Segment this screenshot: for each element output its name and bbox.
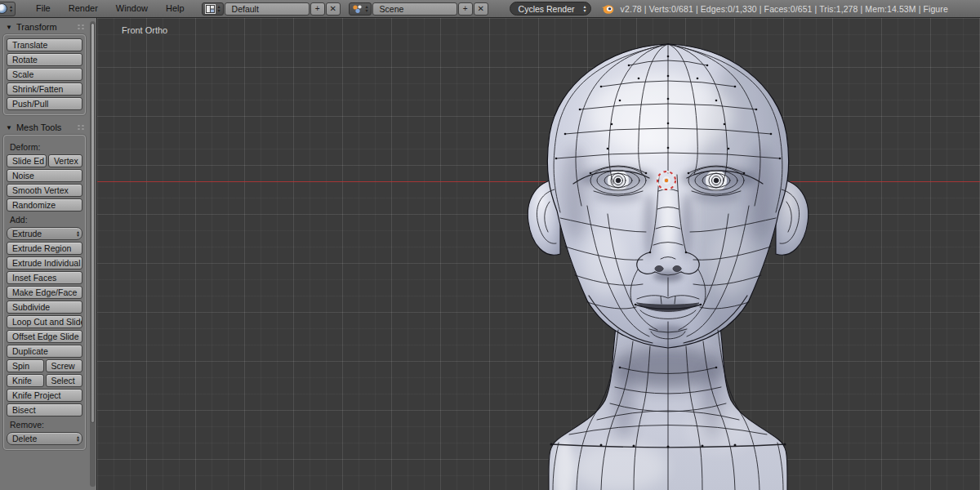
figure-mesh — [528, 18, 889, 490]
chevron-updown-icon: ▴▾ — [77, 435, 79, 443]
collapse-arrow-icon: ▼ — [6, 24, 12, 31]
panel-transform: Translate Rotate Scale Shrink/Fatten Pus… — [3, 34, 86, 115]
menu-window[interactable]: Window — [107, 0, 157, 17]
duplicate-button[interactable]: Duplicate — [7, 345, 82, 358]
menu-help[interactable]: Help — [157, 0, 194, 17]
menu-render[interactable]: Render — [60, 0, 107, 17]
info-editor-icon — [0, 3, 7, 14]
wireframe-head-model[interactable] — [97, 18, 980, 490]
remove-label: Remove: — [10, 420, 82, 430]
loop-cut-slide-button[interactable]: Loop Cut and Slide — [7, 315, 82, 328]
screen-layout-icon-button[interactable]: ▴▾ — [202, 2, 224, 16]
menu-bar: File Render Window Help — [27, 0, 194, 17]
deform-label: Deform: — [10, 142, 82, 152]
rotate-button[interactable]: Rotate — [7, 53, 82, 66]
viewport-3d[interactable]: Front Ortho — [97, 18, 980, 490]
knife-select-button[interactable]: Select — [46, 374, 83, 387]
translate-button[interactable]: Translate — [7, 38, 82, 51]
layout-name-field[interactable]: Default — [225, 2, 310, 16]
add-layout-button[interactable]: + — [310, 2, 325, 16]
chevron-updown-icon: ▴▾ — [366, 5, 368, 12]
bisect-button[interactable]: Bisect — [7, 403, 82, 416]
knife-project-button[interactable]: Knife Project — [7, 389, 82, 402]
extrude-region-button[interactable]: Extrude Region — [7, 242, 82, 255]
blender-logo-icon — [601, 3, 614, 15]
chevron-updown-icon: ▴▾ — [77, 230, 79, 238]
scale-button[interactable]: Scale — [7, 68, 82, 81]
smooth-vertex-button[interactable]: Smooth Vertex — [7, 184, 82, 197]
info-header: ▴▾ File Render Window Help ▴▾ Default + … — [0, 0, 980, 18]
knife-button[interactable]: Knife — [7, 374, 44, 387]
add-scene-button[interactable]: + — [458, 2, 473, 16]
slide-vertex-button[interactable]: Vertex — [48, 154, 82, 167]
panel-header-transform[interactable]: ▼ Transform — [0, 18, 89, 33]
shrink-fatten-button[interactable]: Shrink/Fatten — [7, 82, 82, 96]
spin-button[interactable]: Spin — [7, 359, 44, 372]
extrude-individual-button[interactable]: Extrude Individual — [7, 256, 82, 270]
chevron-updown-icon: ▴▾ — [584, 5, 586, 12]
panel-title: Transform — [16, 22, 57, 32]
chevron-updown-icon: ▴▾ — [10, 5, 12, 12]
scene-icon — [352, 4, 363, 14]
panel-header-mesh-tools[interactable]: ▼ Mesh Tools — [0, 118, 89, 134]
toolshelf-scrollbar[interactable] — [90, 21, 96, 487]
chevron-updown-icon: ▴▾ — [218, 5, 220, 12]
slide-edge-button[interactable]: Slide Ed — [7, 154, 47, 167]
add-label: Add: — [10, 215, 82, 225]
screen-layout-icon — [205, 4, 216, 14]
panel-title: Mesh Tools — [16, 122, 61, 132]
menu-file[interactable]: File — [27, 0, 60, 17]
drag-handle-icon[interactable] — [77, 24, 86, 31]
delete-dropdown[interactable]: Delete ▴▾ — [7, 432, 82, 445]
panel-mesh-tools: Deform: Slide Ed Vertex Noise Smooth Ver… — [3, 135, 86, 450]
scene-name-field[interactable]: Scene — [372, 2, 457, 16]
scene-stats: v2.78 | Verts:0/681 | Edges:0/1,330 | Fa… — [621, 4, 948, 14]
push-pull-button[interactable]: Push/Pull — [7, 97, 82, 110]
inset-faces-button[interactable]: Inset Faces — [7, 271, 82, 284]
scrollbar-thumb[interactable] — [91, 23, 95, 423]
screen-layout-selector: ▴▾ Default + ✕ — [202, 2, 341, 16]
make-edge-face-button[interactable]: Make Edge/Face — [7, 286, 82, 299]
screw-button[interactable]: Screw — [46, 359, 83, 372]
extrude-dropdown[interactable]: Extrude ▴▾ — [7, 227, 82, 240]
editor-type-dropdown[interactable]: ▴▾ — [0, 2, 16, 16]
offset-edge-slide-button[interactable]: Offset Edge Slide — [7, 330, 82, 343]
tool-shelf: ▼ Transform Translate Rotate Scale Shrin… — [0, 18, 97, 490]
remove-layout-button[interactable]: ✕ — [326, 2, 341, 16]
render-engine-dropdown[interactable]: Cycles Render ▴▾ — [510, 2, 591, 16]
drag-handle-icon[interactable] — [77, 124, 86, 131]
noise-button[interactable]: Noise — [7, 169, 82, 182]
randomize-button[interactable]: Randomize — [7, 198, 82, 212]
subdivide-button[interactable]: Subdivide — [7, 301, 82, 314]
scene-selector: ▴▾ Scene + ✕ — [349, 2, 488, 16]
scene-icon-button[interactable]: ▴▾ — [349, 2, 372, 16]
remove-scene-button[interactable]: ✕ — [474, 2, 488, 16]
collapse-arrow-icon: ▼ — [6, 124, 12, 131]
render-engine-value: Cycles Render — [519, 4, 575, 14]
